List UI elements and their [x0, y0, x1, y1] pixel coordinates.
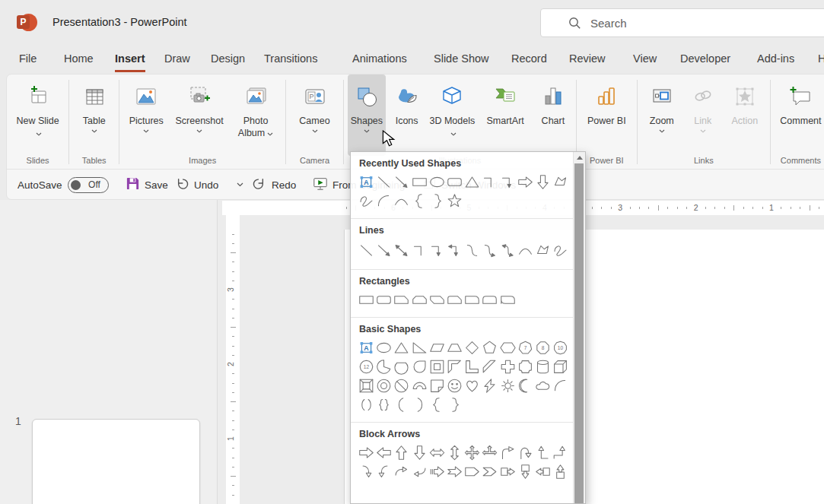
- shape-left-brace-icon[interactable]: [411, 192, 428, 211]
- shape-pie-icon[interactable]: [375, 357, 393, 376]
- tab-view[interactable]: View: [633, 48, 657, 70]
- shape-lightning-bolt-icon[interactable]: [481, 376, 498, 395]
- tab-slide-show[interactable]: Slide Show: [434, 48, 489, 70]
- screenshot-button[interactable]: Screenshot: [173, 74, 226, 156]
- tab-help[interactable]: Help: [818, 48, 824, 70]
- shape-text-box-icon[interactable]: A: [358, 338, 375, 357]
- new-slide-button[interactable]: New Slide: [16, 74, 60, 156]
- shape-striped-right-arrow-icon[interactable]: [428, 462, 446, 481]
- scrollbar-thumb[interactable]: [574, 163, 584, 503]
- shape-chord-icon[interactable]: [393, 357, 410, 376]
- shape-snip-single-corner-rectangle-icon[interactable]: [393, 290, 410, 309]
- chart-button[interactable]: Chart: [534, 74, 572, 156]
- shape-double-brace-icon[interactable]: [375, 395, 393, 414]
- tab-home[interactable]: Home: [64, 48, 94, 70]
- shape-right-triangle-icon[interactable]: [411, 338, 428, 357]
- shape-snip-and-round-single-corner-rectangle-icon[interactable]: [446, 290, 463, 309]
- shape-curve-icon[interactable]: [517, 239, 534, 262]
- shape-bent-arrow-icon[interactable]: [499, 443, 517, 462]
- shape-oval-icon[interactable]: [428, 173, 446, 192]
- shape-elbow-arrow-connector-icon[interactable]: [499, 173, 517, 192]
- shape-right-bracket-icon[interactable]: [411, 395, 428, 414]
- tab-design[interactable]: Design: [211, 48, 245, 70]
- shape-elbow-double-arrow-connector-icon[interactable]: [446, 239, 463, 262]
- shape-cube-icon[interactable]: [552, 357, 569, 376]
- undo-dropdown-chevron-icon[interactable]: [237, 170, 243, 200]
- tab-animations[interactable]: Animations: [352, 48, 407, 70]
- shape-bevel-icon[interactable]: [358, 376, 375, 395]
- zoom-button[interactable]: Zoom: [641, 74, 682, 156]
- tab-developer[interactable]: Developer: [680, 48, 730, 70]
- shape-freeform-icon[interactable]: [534, 239, 552, 262]
- shape-down-arrow-icon[interactable]: [411, 443, 428, 462]
- powerpoint-logo-icon[interactable]: P: [17, 12, 37, 33]
- tab-review[interactable]: Review: [569, 48, 606, 70]
- shape-rounded-rectangle-icon[interactable]: [446, 173, 463, 192]
- shape-sun-icon[interactable]: [499, 376, 517, 395]
- shape-left-arrow-callout-icon[interactable]: [534, 462, 552, 481]
- shape-notched-right-arrow-icon[interactable]: [446, 462, 463, 481]
- shape-dodecagon-icon[interactable]: 12: [358, 357, 375, 376]
- undo-button[interactable]: Undo: [174, 170, 218, 200]
- shape-curved-left-arrow-icon[interactable]: [375, 462, 393, 481]
- shape-freeform-icon[interactable]: [552, 173, 569, 192]
- shape-up-down-arrow-icon[interactable]: [446, 443, 463, 462]
- shape-curved-connector-icon[interactable]: [463, 239, 481, 262]
- shape-left-right-arrow-icon[interactable]: [428, 443, 446, 462]
- shape-heptagon-icon[interactable]: 7: [517, 338, 534, 357]
- shape-pentagon-arrow-icon[interactable]: [463, 462, 481, 481]
- shape-block-arc-icon[interactable]: [411, 376, 428, 395]
- shape-round-single-corner-rectangle-icon[interactable]: [463, 290, 481, 309]
- shape-curved-up-arrow-icon[interactable]: [393, 462, 410, 481]
- table-button[interactable]: Table: [75, 74, 113, 156]
- shape-down-arrow-icon[interactable]: [534, 173, 552, 192]
- shape-double-bracket-icon[interactable]: [358, 395, 375, 414]
- shape-rounded-rectangle-icon[interactable]: [375, 290, 393, 309]
- shape-right-brace-icon[interactable]: [428, 192, 446, 211]
- search-input[interactable]: [589, 16, 824, 30]
- shape-snip-diagonal-corner-rectangle-icon[interactable]: [428, 290, 446, 309]
- shape-octagon-icon[interactable]: 8: [534, 338, 552, 357]
- shape-curved-double-arrow-connector-icon[interactable]: [499, 239, 517, 262]
- shape-heart-icon[interactable]: [463, 376, 481, 395]
- shape-right-arrow-icon[interactable]: [517, 173, 534, 192]
- scroll-up-arrow-icon[interactable]: [577, 156, 583, 160]
- shape-half-frame-icon[interactable]: [446, 357, 463, 376]
- photo-album-button[interactable]: Photo Album: [231, 74, 281, 156]
- shape-line-arrow-icon[interactable]: [393, 173, 410, 192]
- shape-scribble-icon[interactable]: [358, 192, 375, 211]
- shape-no-symbol-icon[interactable]: [393, 376, 410, 395]
- shape-left-brace-icon[interactable]: [428, 395, 446, 414]
- shape-text-box-icon[interactable]: A: [358, 173, 375, 192]
- shape-quad-arrow-icon[interactable]: [463, 443, 481, 462]
- tab-insert[interactable]: Insert: [115, 48, 145, 72]
- shape-left-up-arrow-icon[interactable]: [534, 443, 552, 462]
- tab-add-ins[interactable]: Add-ins: [757, 48, 794, 70]
- power-bi-button[interactable]: Power BI: [584, 74, 628, 156]
- shape-line-icon[interactable]: [375, 173, 393, 192]
- shape-bent-up-arrow-icon[interactable]: [552, 443, 569, 462]
- shape-curved-down-arrow-icon[interactable]: [411, 462, 428, 481]
- shape-round-same-side-corner-rectangle-icon[interactable]: [481, 290, 498, 309]
- shape-frame-icon[interactable]: [428, 357, 446, 376]
- tab-transitions[interactable]: Transitions: [264, 48, 317, 70]
- shape-arc-icon[interactable]: [552, 376, 569, 395]
- shape-chevron-arrow-icon[interactable]: [481, 462, 498, 481]
- shape-right-arrow-callout-icon[interactable]: [499, 462, 517, 481]
- shape-left-bracket-icon[interactable]: [393, 395, 410, 414]
- shape-star-5-point-icon[interactable]: [446, 192, 463, 211]
- shape-left-arrow-icon[interactable]: [375, 443, 393, 462]
- shape-teardrop-icon[interactable]: [411, 357, 428, 376]
- shape-smiley-face-icon[interactable]: [446, 376, 463, 395]
- shape-scribble-icon[interactable]: [552, 239, 569, 262]
- shape-decagon-icon[interactable]: 10: [552, 338, 569, 357]
- shape-elbow-arrow-connector-icon[interactable]: [428, 239, 446, 262]
- shape-arc-icon[interactable]: [375, 192, 393, 211]
- 3d-models-button[interactable]: 3D Models: [428, 74, 476, 156]
- shape-up-arrow-icon[interactable]: [393, 443, 410, 462]
- shape-round-diagonal-corner-rectangle-icon[interactable]: [499, 290, 517, 309]
- cameo-button[interactable]: P Cameo: [291, 74, 339, 156]
- shape-u-turn-arrow-icon[interactable]: [517, 443, 534, 462]
- shape-plaque-icon[interactable]: [517, 357, 534, 376]
- slide-1-thumbnail[interactable]: [32, 419, 200, 504]
